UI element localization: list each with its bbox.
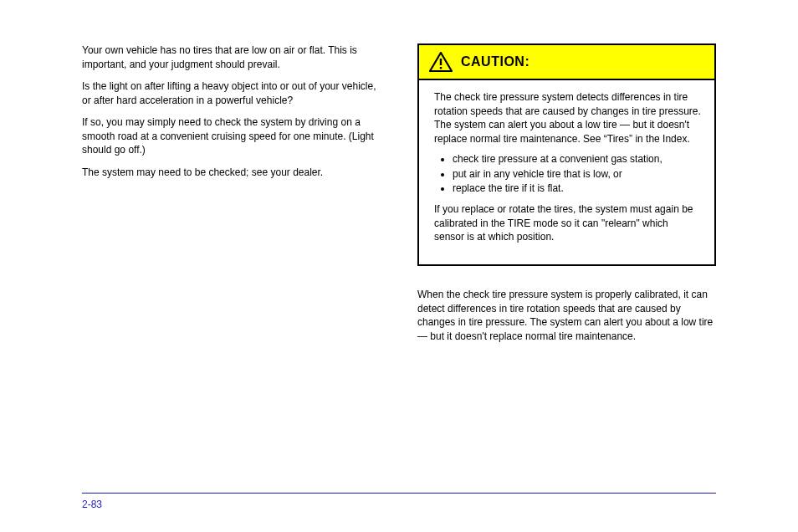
body-text: The system may need to be checked; see y…	[82, 166, 381, 180]
svg-rect-1	[440, 59, 442, 65]
caution-panel: CAUTION: The check tire pressure system …	[417, 43, 716, 266]
list-item: check tire pressure at a convenient gas …	[453, 152, 701, 166]
caution-lead-quote: Tires	[604, 133, 632, 145]
warning-triangle-icon	[429, 52, 453, 72]
body-text: Your own vehicle has no tires that are l…	[82, 43, 381, 71]
caution-closing: If you replace or rotate the tires, the …	[434, 202, 701, 244]
page-number: 2-83	[82, 499, 716, 510]
svg-rect-2	[440, 67, 442, 69]
caution-list: check tire pressure at a convenient gas …	[434, 152, 701, 196]
footer-rule	[82, 493, 716, 494]
right-column: CAUTION: The check tire pressure system …	[417, 43, 716, 351]
caution-label: CAUTION:	[461, 54, 529, 69]
body-text: If so, you may simply need to check the …	[82, 115, 381, 157]
caution-lead: The check tire pressure system detects d…	[434, 90, 701, 146]
page-footer: 2-83	[0, 493, 798, 510]
caution-header: CAUTION:	[419, 45, 714, 80]
left-column: Your own vehicle has no tires that are l…	[82, 43, 381, 351]
body-text: When the check tire pressure system is p…	[417, 288, 716, 343]
caution-lead-tail: in the Index.	[635, 133, 689, 145]
list-item: replace the tire if it is flat.	[453, 182, 701, 196]
list-item: put air in any vehicle tire that is low,…	[453, 167, 701, 182]
body-text: Is the light on after lifting a heavy ob…	[82, 79, 381, 107]
caution-body: The check tire pressure system detects d…	[419, 80, 714, 264]
